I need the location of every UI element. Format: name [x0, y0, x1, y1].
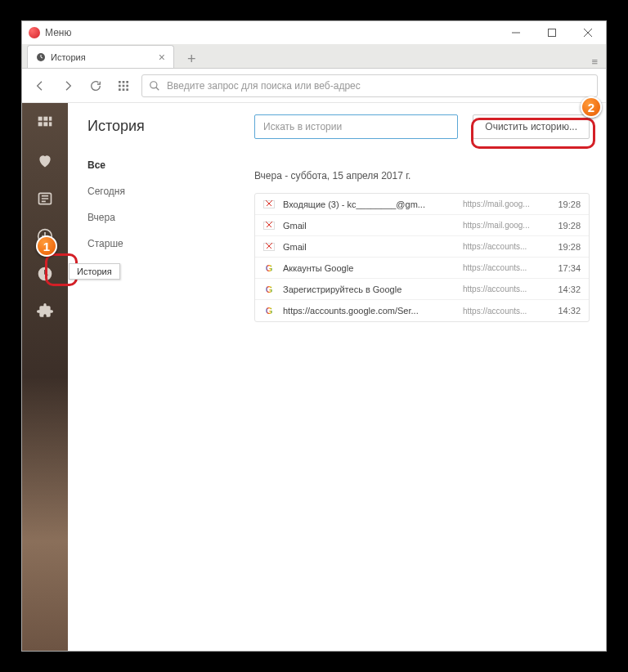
history-time: 17:34	[553, 263, 581, 273]
history-url: https://accounts...	[463, 242, 545, 251]
sidebar-bookmarks[interactable]	[36, 152, 54, 170]
opera-logo-icon	[29, 27, 40, 38]
svg-rect-5	[119, 84, 121, 87]
titlebar: Меню	[22, 21, 606, 44]
history-url: https://mail.goog...	[463, 221, 545, 230]
tab-menu-icon[interactable]: ≡	[591, 56, 598, 68]
svg-rect-8	[119, 88, 121, 91]
history-row[interactable]: Входящие (3) - kc________@gm... https://…	[255, 194, 589, 215]
tab-title: История	[51, 52, 86, 62]
history-time: 19:28	[553, 199, 581, 209]
history-title: Аккаунты Google	[283, 263, 455, 273]
history-row[interactable]: G https://accounts.google.com/Ser... htt…	[255, 300, 589, 321]
new-tab-button[interactable]: +	[179, 51, 204, 68]
back-button[interactable]	[30, 76, 50, 96]
svg-rect-13	[43, 117, 47, 121]
history-row[interactable]: G Аккаунты Google https://accounts... 17…	[255, 258, 589, 279]
history-title: Входящие (3) - kc________@gm...	[283, 199, 455, 209]
filter-column: История Все Сегодня Вчера Старше	[68, 103, 246, 651]
svg-rect-2	[119, 81, 121, 83]
svg-rect-6	[123, 84, 125, 87]
history-url: https://accounts...	[463, 263, 545, 272]
sidebar-tooltip: История	[69, 263, 120, 280]
tab-close-icon[interactable]: ×	[159, 51, 165, 64]
tab-history[interactable]: История ×	[27, 45, 174, 68]
badge-2: 2	[581, 96, 602, 118]
page-title: История	[87, 118, 227, 135]
address-placeholder: Введите запрос для поиска или веб-адрес	[167, 80, 361, 92]
top-controls: Искать в истории Очистить историю...	[254, 114, 590, 139]
filter-older[interactable]: Старше	[87, 238, 227, 249]
window-controls	[498, 21, 606, 44]
maximize-button[interactable]	[534, 21, 570, 44]
reload-button[interactable]	[86, 76, 105, 96]
badge-1: 1	[36, 235, 57, 257]
forward-button[interactable]	[58, 76, 78, 96]
history-row[interactable]: Gmail https://accounts... 19:28	[255, 236, 589, 258]
address-bar[interactable]: Введите запрос для поиска или веб-адрес	[141, 74, 598, 97]
filter-yesterday[interactable]: Вчера	[87, 212, 227, 223]
svg-rect-9	[123, 88, 125, 91]
google-icon: G	[263, 305, 275, 316]
history-url: https://accounts...	[463, 284, 545, 293]
menu-button[interactable]: Меню	[22, 27, 71, 38]
history-title: Gmail	[283, 242, 455, 252]
content-area: История Все Сегодня Вчера Старше Искать …	[68, 103, 606, 651]
svg-rect-15	[38, 122, 43, 126]
sidebar-news[interactable]	[36, 190, 54, 208]
sidebar	[22, 103, 68, 651]
clock-icon	[36, 52, 46, 62]
close-button[interactable]	[570, 21, 606, 44]
filter-all[interactable]: Все	[87, 159, 227, 171]
search-icon	[149, 80, 160, 92]
gmail-icon	[263, 199, 275, 210]
nav-toolbar: Введите запрос для поиска или веб-адрес	[22, 69, 606, 103]
svg-point-11	[150, 81, 157, 87]
history-url: https://mail.goog...	[463, 199, 545, 208]
sidebar-extensions[interactable]	[36, 302, 54, 320]
history-time: 19:28	[553, 242, 581, 252]
filter-list: Все Сегодня Вчера Старше	[87, 159, 227, 249]
filter-today[interactable]: Сегодня	[87, 186, 227, 197]
history-list: Входящие (3) - kc________@gm... https://…	[254, 193, 590, 322]
history-time: 14:32	[553, 284, 581, 294]
svg-rect-17	[49, 122, 52, 126]
google-icon: G	[263, 262, 275, 274]
history-column: Искать в истории Очистить историю... Вче…	[246, 103, 606, 651]
history-title: Gmail	[283, 221, 455, 231]
browser-window: Меню История × + ≡ Введите запрос для по…	[21, 20, 607, 652]
svg-rect-3	[123, 81, 125, 83]
sidebar-history[interactable]	[36, 265, 54, 283]
history-title: Зарегистрируйтесь в Google	[283, 284, 455, 294]
speed-dial-button[interactable]	[114, 76, 133, 96]
gmail-icon	[263, 241, 275, 253]
svg-rect-0	[549, 29, 556, 37]
gmail-icon	[263, 220, 275, 231]
history-time: 14:32	[553, 306, 581, 316]
tab-bar: История × + ≡	[22, 44, 606, 69]
svg-rect-16	[43, 122, 47, 126]
svg-rect-7	[126, 84, 128, 87]
history-title: https://accounts.google.com/Ser...	[283, 306, 455, 316]
svg-rect-10	[126, 88, 128, 91]
google-icon: G	[263, 284, 275, 295]
svg-rect-12	[38, 117, 43, 121]
minimize-button[interactable]	[498, 21, 534, 44]
history-row[interactable]: Gmail https://mail.goog... 19:28	[255, 215, 589, 236]
svg-rect-14	[49, 117, 52, 121]
body-area: История Все Сегодня Вчера Старше Искать …	[22, 103, 606, 651]
svg-rect-4	[126, 81, 128, 83]
clear-history-button[interactable]: Очистить историю...	[473, 114, 590, 139]
history-time: 19:28	[553, 221, 581, 231]
history-search-input[interactable]: Искать в истории	[254, 114, 458, 139]
section-heading: Вчера - суббота, 15 апреля 2017 г.	[254, 170, 590, 181]
history-row[interactable]: G Зарегистрируйтесь в Google https://acc…	[255, 279, 589, 300]
history-url: https://accounts...	[463, 307, 545, 316]
menu-label: Меню	[45, 27, 71, 38]
sidebar-speed-dial[interactable]	[36, 114, 54, 132]
